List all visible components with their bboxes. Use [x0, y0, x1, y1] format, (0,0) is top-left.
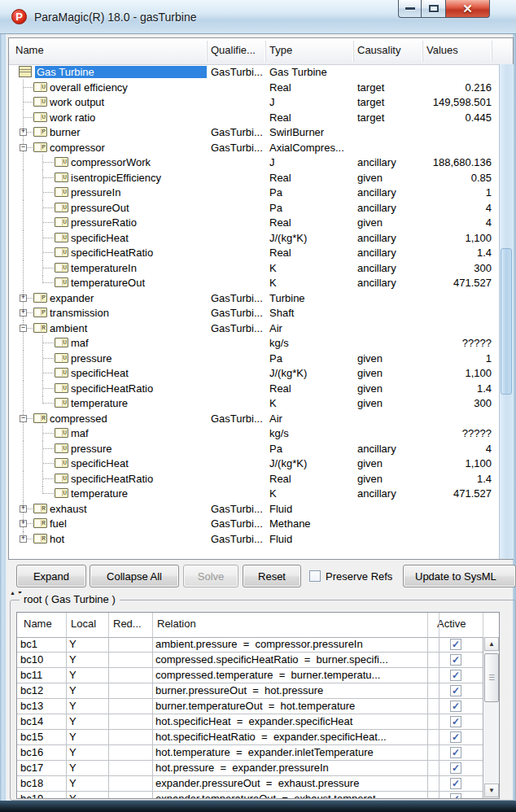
- relations-column-header-relation[interactable]: Relation: [157, 618, 196, 630]
- tree-row[interactable]: +RfuelGasTurbi...Methane: [9, 516, 499, 531]
- active-checkbox[interactable]: ✓: [450, 639, 461, 650]
- tree-row-name[interactable]: burner: [50, 126, 81, 138]
- scroll-up-button[interactable]: ▲: [484, 637, 499, 651]
- expand-plus-icon[interactable]: +: [20, 505, 27, 513]
- active-checkbox[interactable]: ✓: [450, 747, 461, 758]
- relation-row[interactable]: bc10Ycompressed.specificHeatRatio = burn…: [17, 653, 483, 668]
- tree-row-name[interactable]: transmission: [50, 307, 109, 319]
- tree-column-header-causality[interactable]: Causality: [357, 44, 400, 56]
- tree-row[interactable]: UspecificHeatRatioRealgiven1.4: [9, 471, 499, 487]
- tree-row[interactable]: Umafkg/s?????: [9, 335, 499, 351]
- relation-row[interactable]: bc1Yambient.pressure = compressor.pressu…: [17, 637, 483, 653]
- active-checkbox[interactable]: ✓: [450, 731, 461, 743]
- active-checkbox[interactable]: ✓: [450, 701, 461, 712]
- tree-vertical-scrollbar[interactable]: [499, 64, 514, 559]
- tree-row-name[interactable]: fuel: [50, 517, 67, 530]
- tree-row[interactable]: UtemperatureOutKancillary471.527: [9, 275, 499, 290]
- relation-row[interactable]: bc17Yhot.pressure = expander.pressureIn✓: [17, 761, 483, 776]
- relations-table-header[interactable]: NameLocalRed...RelationActive: [17, 613, 499, 638]
- relation-row[interactable]: bc15Yhot.specificHeatRatio = expander.sp…: [17, 730, 483, 745]
- solve-button[interactable]: Solve: [183, 565, 238, 587]
- relations-column-header-red[interactable]: Red...: [113, 618, 142, 630]
- expand-plus-icon[interactable]: +: [20, 535, 27, 543]
- tree-row[interactable]: UspecificHeatRatioRealgiven1.4: [9, 381, 499, 396]
- tree-column-header-name[interactable]: Name: [15, 44, 44, 56]
- relations-column-header-name[interactable]: Name: [24, 618, 52, 630]
- tree-row[interactable]: UspecificHeatRatioRealancillary1.4: [9, 245, 499, 260]
- tree-row[interactable]: Umafkg/s?????: [9, 426, 499, 441]
- tree-row-name[interactable]: expander: [50, 292, 94, 304]
- tree-row-name[interactable]: specificHeatRatio: [71, 473, 153, 485]
- relation-row[interactable]: bc16Yhot.temperature = expander.inletTem…: [17, 745, 483, 761]
- expand-button[interactable]: Expand: [16, 565, 86, 587]
- active-checkbox[interactable]: ✓: [450, 793, 461, 799]
- relation-row[interactable]: bc12Yburner.pressureOut = hot.pressure✓: [17, 683, 483, 699]
- expand-plus-icon[interactable]: +: [20, 129, 27, 136]
- tree-row-name[interactable]: overall efficiency: [50, 81, 128, 94]
- tree-column-header-type[interactable]: Type: [269, 44, 292, 56]
- minimize-button[interactable]: [398, 0, 422, 18]
- tree-row[interactable]: −RambientGasTurbi...Air: [9, 321, 499, 336]
- tree-row-name[interactable]: Gas Turbine: [35, 66, 207, 78]
- tree-row-name[interactable]: specificHeat: [71, 367, 129, 379]
- active-checkbox[interactable]: ✓: [450, 670, 461, 681]
- expand-plus-icon[interactable]: +: [20, 309, 27, 317]
- tree-row-name[interactable]: temperature: [71, 397, 128, 409]
- tree-row[interactable]: −PcompressorGasTurbi...AxialCompres...: [9, 140, 499, 155]
- update-to-sysml-button[interactable]: Update to SysML: [403, 565, 516, 587]
- tree-column-header-values[interactable]: Values: [426, 44, 458, 56]
- tree-row[interactable]: +RhotGasTurbi...Fluid: [9, 531, 499, 547]
- tree-row-name[interactable]: temperatureIn: [71, 262, 137, 274]
- tree-row[interactable]: UspecificHeatJ/(kg*K)given1,100: [9, 365, 499, 381]
- collapse-minus-icon[interactable]: −: [20, 144, 27, 151]
- close-button[interactable]: ✕: [445, 0, 490, 18]
- tree-row[interactable]: +PexpanderGasTurbi...Turbine: [9, 290, 499, 306]
- tree-row[interactable]: Uwork ratioRealtarget0.445: [9, 110, 499, 125]
- tree-row-name[interactable]: specificHeat: [71, 232, 129, 244]
- active-checkbox[interactable]: ✓: [450, 762, 461, 774]
- tree-row-name[interactable]: exhaust: [50, 503, 87, 515]
- tree-row-name[interactable]: pressureOut: [71, 202, 129, 214]
- tree-row[interactable]: UisentropicEfficiencyRealgiven0.85: [9, 170, 499, 186]
- tree-row-name[interactable]: isentropicEfficiency: [71, 172, 161, 184]
- tree-row-name[interactable]: maf: [71, 337, 89, 349]
- tree-row-name[interactable]: temperatureOut: [71, 277, 145, 289]
- tree-row[interactable]: UspecificHeatJ/(kg*K)ancillary1,100: [9, 230, 499, 246]
- tree-row-name[interactable]: pressure: [71, 443, 112, 455]
- tree-row[interactable]: Gas TurbineGasTurbi...Gas Turbine: [9, 64, 499, 80]
- tree-row-name[interactable]: ambient: [50, 322, 87, 334]
- relation-row[interactable]: bc14Yhot.specificHeat = expander.specifi…: [17, 714, 483, 730]
- relations-column-header-active[interactable]: Active: [437, 618, 466, 630]
- tree-column-header-qualifie[interactable]: Qualifie...: [211, 44, 256, 56]
- tree-row[interactable]: UtemperatureInKancillary300: [9, 260, 499, 276]
- relation-row[interactable]: bc18Yexpander.pressureOut = exhaust.pres…: [17, 776, 483, 792]
- tree-row-name[interactable]: specificHeatRatio: [71, 382, 153, 395]
- tree-row-name[interactable]: pressureIn: [71, 186, 120, 199]
- expand-plus-icon[interactable]: +: [20, 520, 27, 527]
- tree-row[interactable]: UpressurePaancillary4: [9, 441, 499, 456]
- collapse-all-button[interactable]: Collapse All: [90, 565, 179, 587]
- active-checkbox[interactable]: ✓: [450, 685, 461, 696]
- tree-row[interactable]: Uoverall efficiencyRealtarget0.216: [9, 80, 499, 95]
- tree-row[interactable]: UcompressorWorkJancillary188,680.136: [9, 155, 499, 170]
- collapse-minus-icon[interactable]: −: [20, 415, 27, 422]
- tree-row[interactable]: +PburnerGasTurbi...SwirlBurner: [9, 124, 499, 140]
- tree-row[interactable]: UtemperatureKancillary471.527: [9, 486, 499, 501]
- tree-row-name[interactable]: hot: [50, 533, 64, 545]
- tree-row[interactable]: +PtransmissionGasTurbi...Shaft: [9, 305, 499, 321]
- expand-plus-icon[interactable]: +: [20, 295, 27, 302]
- title-bar[interactable]: P ParaMagic(R) 18.0 - gasTurbine ✕: [0, 0, 516, 34]
- tree-row-name[interactable]: compressorWork: [71, 156, 151, 168]
- tree-row-name[interactable]: temperature: [71, 487, 128, 500]
- tree-row-name[interactable]: work output: [50, 96, 104, 108]
- tree-row-name[interactable]: pressure: [71, 352, 112, 365]
- tree-row[interactable]: +RexhaustGasTurbi...Fluid: [9, 501, 499, 517]
- tree-row[interactable]: UpressureOutPaancillary4: [9, 200, 499, 216]
- tree-scrollbar-thumb[interactable]: [501, 248, 512, 395]
- relation-row[interactable]: bc19Yexpander.temperatureOut = exhaust.t…: [17, 792, 483, 799]
- tree-row-name[interactable]: specificHeat: [71, 457, 129, 469]
- tree-row-name[interactable]: compressed: [50, 413, 107, 425]
- active-checkbox[interactable]: ✓: [450, 654, 461, 666]
- preserve-refs-checkbox[interactable]: [309, 570, 321, 582]
- relations-scrollbar-thumb[interactable]: ☰: [484, 653, 499, 702]
